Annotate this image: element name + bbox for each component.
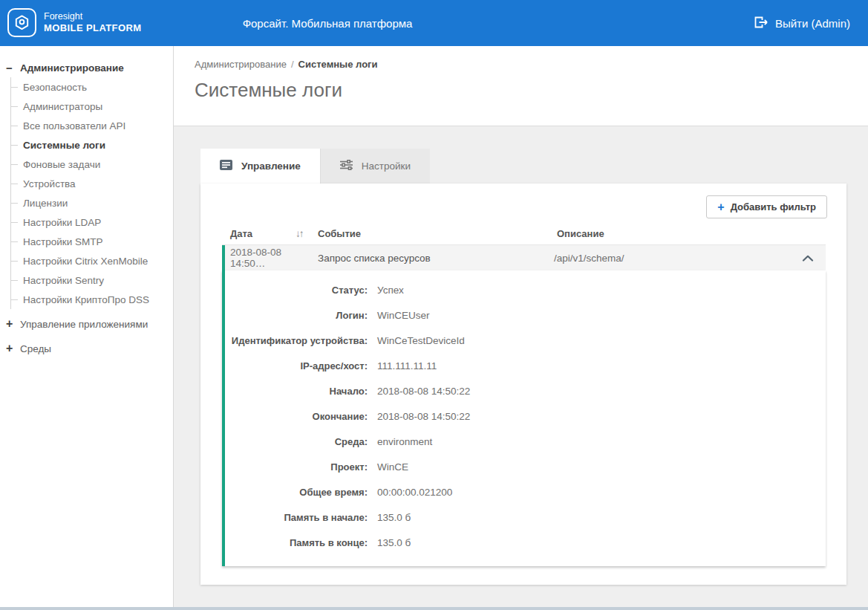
add-filter-button[interactable]: + Добавить фильтр — [706, 195, 827, 218]
detail-row-environment: Среда: environment — [225, 429, 826, 454]
logout-label: Выйти (Admin) — [775, 17, 850, 30]
tab-settings[interactable]: Настройки — [320, 149, 430, 184]
detail-value: 135.0 б — [377, 537, 411, 548]
page-header: Администрирование/Системные логи Системн… — [174, 46, 868, 126]
sidebar-app-management-label: Управление приложениями — [20, 319, 148, 330]
detail-row-start: Начало: 2018-08-08 14:50:22 — [225, 378, 826, 403]
breadcrumb-parent[interactable]: Администрирование — [195, 59, 287, 70]
app-window: Foresight MOBILE PLATFORM Форсайт. Мобил… — [0, 0, 868, 610]
table-header-row: Дата ↓↑ Событие Описание — [222, 223, 826, 245]
sidebar-item-administration[interactable]: − Администрирование — [0, 58, 173, 77]
sidebar-item-environments[interactable]: + Среды — [0, 339, 173, 358]
detail-value: 2018-08-08 14:50:22 — [377, 411, 470, 422]
sidebar-administration-children: Безопасность Администраторы Все пользова… — [10, 77, 173, 309]
detail-label: Идентификатор устройства: — [225, 335, 368, 346]
log-row-description: /api/v1/schema/ — [469, 253, 802, 264]
detail-label: Начало: — [225, 386, 368, 397]
add-filter-label: Добавить фильтр — [731, 201, 816, 212]
column-header-description[interactable]: Описание — [469, 228, 826, 239]
breadcrumb-separator: / — [291, 59, 294, 70]
detail-label: Логин: — [225, 310, 368, 321]
column-header-date[interactable]: Дата — [230, 228, 296, 239]
sidebar-item-app-management[interactable]: + Управление приложениями — [0, 314, 173, 334]
sidebar-root-label: Администрирование — [20, 62, 124, 74]
detail-row-project: Проект: WinCE — [225, 454, 826, 479]
detail-row-status: Статус: Успех — [225, 277, 826, 302]
detail-label: Память в начале: — [225, 512, 368, 523]
detail-label: Окончание: — [225, 411, 368, 422]
sidebar-item-devices[interactable]: Устройства — [11, 174, 173, 193]
sidebar-item-security[interactable]: Безопасность — [11, 77, 173, 97]
sidebar-item-ldap-settings[interactable]: Настройки LDAP — [11, 212, 173, 232]
log-row-event: Запрос списка ресурсов — [318, 253, 469, 264]
detail-value: 2018-08-08 14:50:22 — [377, 386, 470, 397]
content-area: Управление Настройки + Доб — [174, 126, 868, 607]
sidebar-item-administrators[interactable]: Администраторы — [11, 97, 173, 116]
detail-row-device-id: Идентификатор устройства: WinCeTestDevic… — [225, 328, 826, 353]
sidebar-item-citrix-settings[interactable]: Настройки Citrix XenMobile — [11, 251, 173, 270]
detail-row-end: Окончание: 2018-08-08 14:50:22 — [225, 403, 826, 429]
sidebar-item-system-logs[interactable]: Системные логи — [11, 135, 173, 155]
plus-icon: + — [717, 201, 724, 213]
detail-value: 135.0 б — [377, 512, 411, 523]
brand-product: MOBILE PLATFORM — [44, 22, 141, 34]
page-title: Системные логи — [195, 79, 868, 102]
detail-value: 00:00:00.021200 — [377, 487, 452, 498]
detail-value: WinCEUser — [377, 310, 430, 321]
sidebar-item-sentry-settings[interactable]: Настройки Sentry — [11, 270, 173, 290]
detail-row-ip-host: IP-адрес/хост: 111.111.11.11 — [225, 353, 826, 378]
logs-table: Дата ↓↑ Событие Описание 2018-08-08 14:5… — [222, 223, 826, 566]
detail-label: Статус: — [225, 285, 368, 296]
sidebar-item-background-tasks[interactable]: Фоновые задачи — [11, 155, 173, 174]
column-header-event[interactable]: Событие — [318, 228, 469, 239]
log-table-row[interactable]: 2018-08-08 14:50… Запрос списка ресурсов… — [222, 245, 826, 270]
tab-bar: Управление Настройки — [200, 126, 868, 184]
brand-logo-text: Foresight MOBILE PLATFORM — [44, 11, 141, 35]
sidebar-item-cryptopro-settings[interactable]: Настройки КриптоПро DSS — [11, 290, 173, 309]
sliders-icon — [340, 160, 353, 172]
breadcrumb-current: Системные логи — [298, 59, 378, 70]
sidebar-item-licenses[interactable]: Лицензии — [11, 193, 173, 212]
tab-management-label: Управление — [241, 160, 301, 172]
detail-value: 111.111.11.11 — [377, 360, 437, 371]
sidebar-item-api-users[interactable]: Все пользователи API — [11, 116, 173, 135]
detail-row-memory-start: Память в начале: 135.0 б — [225, 504, 826, 530]
sidebar-environments-label: Среды — [20, 343, 51, 354]
logout-icon — [754, 16, 768, 30]
detail-value: WinCeTestDeviceId — [377, 335, 465, 346]
detail-label: Проект: — [225, 461, 368, 473]
sidebar-navigation: − Администрирование Безопасность Админис… — [0, 46, 174, 607]
foresight-logo-icon — [7, 8, 36, 37]
log-details-panel: Статус: Успех Логин: WinCEUser Идентифик… — [222, 270, 826, 566]
list-icon — [220, 160, 232, 172]
top-header-bar: Foresight MOBILE PLATFORM Форсайт. Мобил… — [0, 0, 868, 46]
detail-label: Общее время: — [225, 487, 368, 498]
detail-label: Среда: — [225, 436, 368, 447]
logout-button[interactable]: Выйти (Admin) — [754, 0, 850, 46]
tab-settings-label: Настройки — [362, 160, 411, 172]
log-row-date: 2018-08-08 14:50… — [230, 247, 318, 269]
detail-value: environment — [377, 436, 432, 447]
expand-plus-icon[interactable]: + — [6, 343, 16, 354]
brand-logo[interactable]: Foresight MOBILE PLATFORM — [7, 8, 141, 37]
breadcrumb: Администрирование/Системные логи — [195, 46, 868, 70]
detail-label: IP-адрес/хост: — [225, 360, 368, 371]
horizontal-scrollbar[interactable] — [0, 607, 868, 610]
detail-value: Успех — [377, 285, 404, 296]
expand-plus-icon[interactable]: + — [6, 318, 16, 330]
sidebar-item-smtp-settings[interactable]: Настройки SMTP — [11, 232, 173, 251]
detail-label: Память в конце: — [225, 537, 368, 548]
detail-row-login: Логин: WinCEUser — [225, 302, 826, 328]
sort-icon[interactable]: ↓↑ — [296, 228, 318, 239]
chevron-up-icon[interactable] — [802, 255, 814, 262]
detail-row-memory-end: Память в конце: 135.0 б — [225, 530, 826, 555]
main-content: Администрирование/Системные логи Системн… — [174, 46, 868, 607]
collapse-minus-icon[interactable]: − — [6, 62, 16, 74]
app-title: Форсайт. Мобильная платформа — [243, 17, 413, 30]
logs-card: + Добавить фильтр Дата ↓↑ Событие Описан… — [200, 184, 846, 585]
brand-name: Foresight — [44, 11, 141, 23]
tab-management[interactable]: Управление — [200, 149, 320, 184]
detail-value: WinCE — [377, 461, 408, 473]
detail-row-total-time: Общее время: 00:00:00.021200 — [225, 479, 826, 504]
